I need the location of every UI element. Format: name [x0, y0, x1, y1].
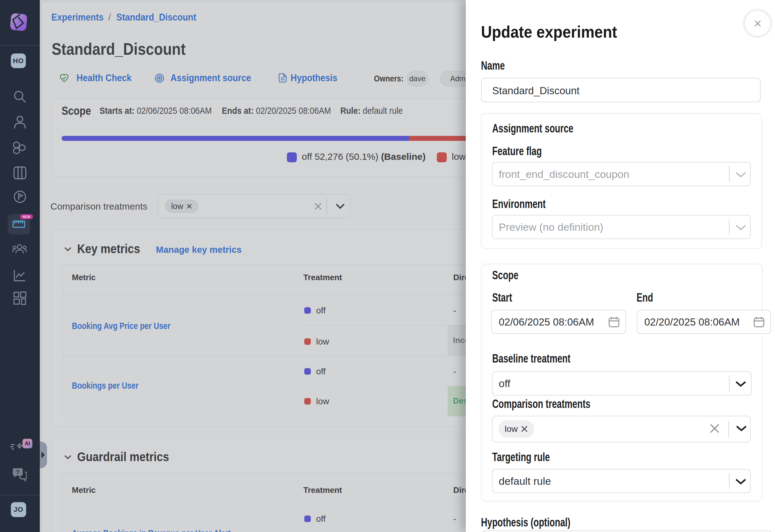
svg-text:?: ? — [16, 469, 20, 475]
